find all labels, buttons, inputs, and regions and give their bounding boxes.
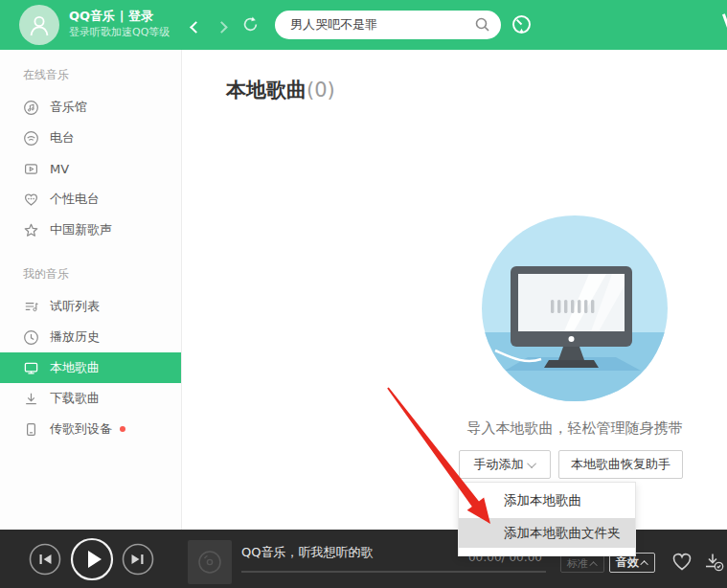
radio-icon [23, 130, 39, 147]
disc-icon [195, 548, 224, 577]
sidebar-item-music-hall[interactable]: 音乐馆 [0, 92, 181, 123]
section-label-online-music: 在线音乐 [23, 67, 181, 82]
sidebar-item-audition-list[interactable]: 试听列表 [0, 291, 181, 322]
forward-chevron-icon [216, 21, 228, 34]
action-buttons: 手动添加 本地歌曲恢复助手 [459, 450, 683, 479]
previous-track-icon [29, 543, 61, 576]
qq-music-window: QQ音乐 | 登录 登录听歌加速QQ等级 [0, 0, 727, 588]
device-icon [23, 421, 39, 438]
quality-button[interactable]: 标准 [560, 554, 604, 573]
sidebar-item-new-voice[interactable]: 中国新歌声 [0, 215, 181, 245]
restore-helper-button[interactable]: 本地歌曲恢复助手 [558, 450, 683, 479]
section-label-my-music: 我的音乐 [23, 266, 181, 282]
download-icon [23, 391, 39, 407]
chevron-up-icon [589, 561, 597, 569]
favorite-button[interactable] [670, 551, 693, 577]
refresh-button[interactable] [241, 15, 257, 31]
back-chevron-icon [190, 21, 202, 34]
menu-item-add-local-songs[interactable]: 添加本地歌曲 [459, 483, 635, 518]
sidebar-item-local-songs[interactable]: 本地歌曲 [0, 352, 181, 383]
chevron-down-icon [527, 459, 536, 468]
page-title-count: (0) [307, 79, 335, 102]
clock-icon [23, 329, 39, 346]
heart-radio-icon [23, 192, 39, 208]
gauge-icon [511, 13, 533, 35]
sidebar-item-label: 音乐馆 [50, 99, 87, 116]
playlist-icon [23, 299, 39, 315]
forward-button[interactable] [217, 17, 233, 33]
sidebar-item-label: 试听列表 [50, 298, 100, 315]
effect-label: 音效 [616, 554, 639, 571]
header-bar: QQ音乐 | 登录 登录听歌加速QQ等级 [0, 0, 727, 50]
play-icon [70, 537, 114, 581]
next-track-button[interactable] [122, 543, 154, 579]
login-subtitle: 登录听歌加速QQ等级 [69, 25, 170, 40]
manual-add-button[interactable]: 手动添加 [459, 450, 551, 479]
page-title: 本地歌曲(0) [226, 77, 335, 103]
download-song-button[interactable] [702, 551, 725, 577]
song-title: QQ音乐，听我想听的歌 [241, 544, 373, 561]
search-icon[interactable] [474, 16, 491, 34]
next-track-icon [122, 543, 154, 576]
sidebar-item-label: 中国新歌声 [50, 221, 112, 238]
app-login-title: QQ音乐 | 登录 [69, 8, 170, 25]
avatar[interactable] [19, 5, 59, 45]
manual-add-dropdown: 添加本地歌曲 添加本地歌曲文件夹 [458, 482, 636, 556]
sidebar-item-label: 本地歌曲 [50, 359, 100, 376]
sidebar-item-radio[interactable]: 电台 [0, 123, 181, 153]
back-button[interactable] [188, 17, 203, 33]
progress-bar[interactable] [241, 571, 546, 573]
star-icon [23, 222, 39, 238]
notification-dot [120, 426, 125, 432]
previous-track-button[interactable] [29, 543, 61, 579]
speed-gauge-button[interactable] [511, 13, 533, 39]
sidebar-item-downloaded-songs[interactable]: 下载歌曲 [0, 383, 181, 414]
restore-helper-label: 本地歌曲恢复助手 [571, 456, 670, 473]
sidebar-item-transfer-to-device[interactable]: 传歌到设备 [0, 414, 181, 444]
login-title-block[interactable]: QQ音乐 | 登录 登录听歌加速QQ等级 [69, 8, 170, 40]
sidebar-item-label: 个性电台 [50, 191, 100, 208]
empty-state-caption: 导入本地歌曲，轻松管理随身携带 [402, 419, 727, 438]
search-box [275, 11, 501, 39]
sidebar-item-label: 播放历史 [50, 328, 100, 346]
avatar-person-icon [27, 12, 52, 37]
window-edge-glyph [722, 13, 727, 36]
music-hall-icon [23, 100, 39, 116]
play-button[interactable] [70, 537, 114, 585]
empty-state-illustration [482, 215, 668, 401]
sidebar-item-mv[interactable]: MV [0, 153, 181, 184]
sidebar-item-label: MV [50, 162, 69, 176]
sidebar-item-personal-radio[interactable]: 个性电台 [0, 184, 181, 215]
download-check-icon [702, 551, 725, 574]
chevron-up-icon [640, 560, 647, 568]
heart-icon [670, 551, 693, 574]
mv-icon [23, 161, 39, 177]
menu-item-add-local-folder[interactable]: 添加本地歌曲文件夹 [459, 518, 635, 548]
sidebar: 在线音乐 音乐馆 电台 MV 个性电台 [0, 50, 182, 530]
manual-add-label: 手动添加 [474, 456, 524, 473]
computer-illustration [482, 215, 668, 401]
search-input[interactable] [290, 18, 474, 33]
album-art-placeholder[interactable] [188, 540, 232, 584]
sidebar-item-label: 下载歌曲 [50, 390, 100, 407]
monitor-icon [23, 360, 39, 376]
sidebar-item-label: 传歌到设备 [50, 420, 112, 438]
refresh-icon [241, 15, 260, 34]
sidebar-item-play-history[interactable]: 播放历史 [0, 322, 181, 352]
quality-label: 标准 [567, 556, 588, 571]
page-title-text: 本地歌曲 [226, 79, 307, 102]
sidebar-item-label: 电台 [50, 129, 75, 147]
